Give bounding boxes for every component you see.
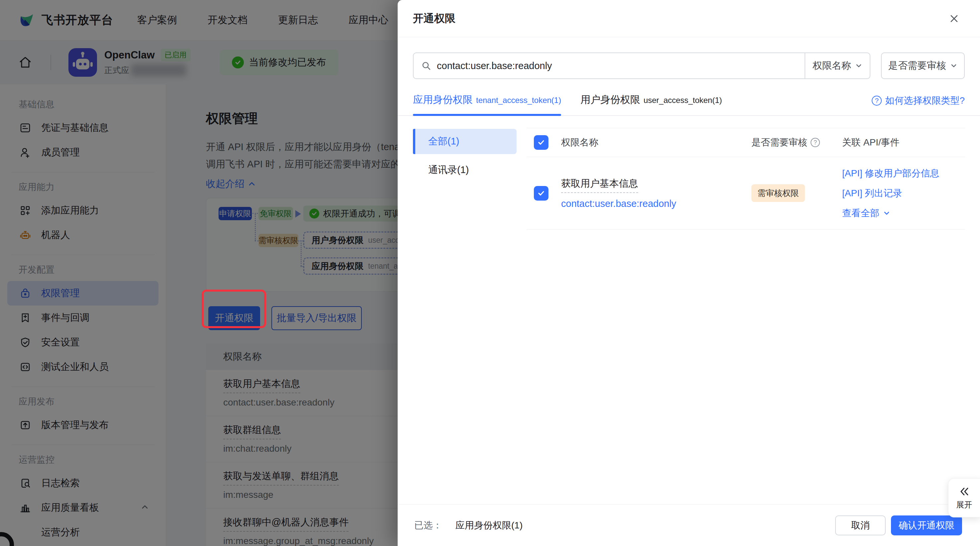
modal-body: 全部(1) 通讯录(1) 权限名称 是否需要审核 ? 关联 API/事件 — [398, 129, 980, 504]
review-badge: 需审核权限 — [751, 184, 805, 202]
api-link-update-user[interactable]: [API] 修改用户部分信息 — [842, 167, 965, 180]
search-box: 权限名称 — [413, 52, 870, 79]
row-checkbox[interactable] — [534, 186, 549, 201]
select-all-checkbox[interactable] — [534, 135, 549, 150]
expand-label: 展开 — [956, 500, 972, 510]
confirm-open-permission-button[interactable]: 确认开通权限 — [891, 516, 962, 535]
category-contacts[interactable]: 通讯录(1) — [413, 157, 517, 183]
permission-scope[interactable]: contact:user.base:readonly — [561, 198, 751, 209]
api-link-list-records[interactable]: [API] 列出记录 — [842, 187, 965, 200]
permission-cell: 获取用户基本信息 contact:user.base:readonly — [561, 177, 751, 209]
category-list: 全部(1) 通讯录(1) — [413, 129, 517, 183]
selected-value: 应用身份权限(1) — [455, 519, 523, 532]
page: 飞书开放平台 客户案例 开发文档 更新日志 应用中心 开发者社区 — [0, 0, 980, 546]
chevron-down-icon — [883, 209, 891, 217]
question-circle-icon: ? — [872, 96, 882, 106]
cancel-button[interactable]: 取消 — [835, 516, 886, 535]
modal-title: 开通权限 — [413, 11, 455, 26]
permission-name[interactable]: 获取用户基本信息 — [561, 177, 638, 193]
review-cell: 需审核权限 — [751, 184, 842, 202]
tab-tenant-token[interactable]: 应用身份权限 tenant_access_token(1) — [413, 93, 561, 115]
column-permission-name: 权限名称 — [561, 136, 751, 149]
expand-panel-button[interactable]: 展开 — [948, 478, 980, 517]
permission-row: 获取用户基本信息 contact:user.base:readonly 需审核权… — [527, 157, 965, 230]
column-review-required: 是否需要审核 ? — [751, 136, 842, 149]
search-field-select[interactable]: 权限名称 — [805, 53, 870, 78]
modal-toolbar: 权限名称 是否需要审核 — [413, 52, 965, 79]
permission-table: 权限名称 是否需要审核 ? 关联 API/事件 获取用户基本信息 — [527, 128, 965, 230]
review-filter-select[interactable]: 是否需要审核 — [881, 52, 965, 79]
column-related-api: 关联 API/事件 — [842, 136, 965, 149]
annotation-highlight-box — [202, 290, 266, 328]
permission-table-header: 权限名称 是否需要审核 ? 关联 API/事件 — [527, 128, 965, 157]
open-permission-modal: 开通权限 权限名称 是否需要审核 — [398, 0, 980, 546]
modal-header: 开通权限 — [398, 0, 980, 37]
chevron-down-icon — [855, 62, 862, 70]
api-cell: [API] 修改用户部分信息 [API] 列出记录 查看全部 — [842, 167, 965, 219]
modal-footer: 已选： 应用身份权限(1) 取消 确认开通权限 — [398, 504, 980, 546]
chevron-down-icon — [950, 62, 958, 70]
search-input[interactable] — [437, 60, 805, 71]
tab-user-token[interactable]: 用户身份权限 user_access_token(1) — [581, 93, 722, 115]
double-chevron-left-icon — [958, 486, 970, 497]
permission-type-tabs: 应用身份权限 tenant_access_token(1) 用户身份权限 use… — [398, 93, 980, 116]
search-icon — [421, 60, 431, 71]
how-to-choose-link[interactable]: ? 如何选择权限类型? — [872, 94, 965, 107]
selected-label: 已选： — [414, 519, 442, 532]
question-circle-icon[interactable]: ? — [811, 138, 820, 147]
view-all-link[interactable]: 查看全部 — [842, 207, 965, 219]
category-all[interactable]: 全部(1) — [413, 129, 517, 154]
close-icon[interactable] — [947, 11, 961, 26]
